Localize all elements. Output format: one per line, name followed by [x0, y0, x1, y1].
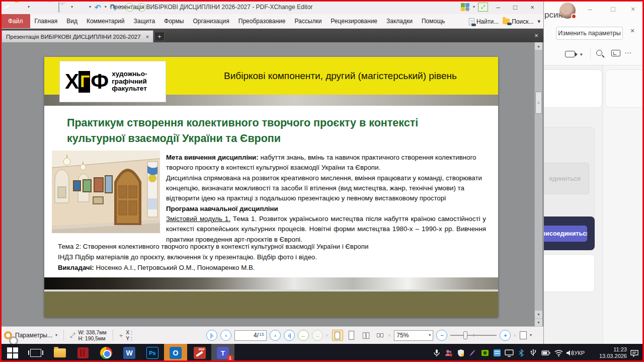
teams-button[interactable]: T 1 — [211, 344, 234, 362]
caret-down-icon[interactable]: ▾ — [28, 5, 30, 9]
menu-item-review[interactable]: Рецензирование — [326, 14, 382, 28]
history-forward-button[interactable]: → — [137, 3, 146, 12]
meeting-card[interactable] — [605, 69, 644, 108]
caret-down-icon[interactable]: ▾ — [530, 333, 532, 337]
minimize-button[interactable]: – — [491, 2, 505, 13]
fit-page-button[interactable] — [520, 331, 527, 339]
document-area[interactable]: ХГФ художньо- графічний факультет Вибірк… — [0, 42, 543, 326]
scroll-up-icon[interactable]: ▲ — [535, 42, 542, 50]
vertical-scrollbar[interactable]: ▲ ≡ ▼ ▼ — [534, 42, 542, 326]
file-explorer-button[interactable] — [48, 344, 71, 362]
tab-close-icon[interactable]: × — [146, 34, 149, 40]
panel-close-button[interactable]: × — [631, 5, 635, 13]
open-file-button[interactable] — [15, 3, 24, 12]
red-app-button[interactable] — [71, 344, 95, 362]
single-page-layout-button[interactable] — [332, 330, 343, 341]
camera-icon[interactable] — [565, 51, 575, 57]
dismiss-icon[interactable]: × — [630, 27, 634, 35]
maximize-button[interactable]: □ — [508, 2, 522, 13]
caret-down-icon[interactable]: ▾ — [71, 5, 73, 9]
menu-item-home[interactable]: Главная — [30, 14, 62, 28]
open-panel-icon[interactable] — [611, 50, 620, 56]
blue-app-tray-icon[interactable] — [491, 344, 503, 362]
usb-tray-icon[interactable] — [527, 344, 539, 362]
two-page-continuous-layout-button[interactable] — [374, 330, 385, 341]
close-button[interactable]: × — [525, 2, 539, 13]
start-button[interactable] — [1, 344, 24, 362]
menu-item-protection[interactable]: Защита — [129, 14, 160, 28]
outlook-button[interactable]: O — [164, 344, 187, 362]
history-back-button[interactable]: ← — [125, 3, 134, 12]
search-button[interactable]: Поиск... — [503, 18, 533, 25]
caret-down-icon[interactable]: ▾ — [89, 5, 91, 9]
save-button[interactable] — [33, 3, 42, 12]
document-tab[interactable]: Презентація ВИБІРКОВІ ДИСЦИПЛІНИ 2026-20… — [2, 30, 153, 42]
search-icon[interactable] — [596, 50, 602, 56]
caret-down-icon[interactable]: ▾ — [473, 5, 475, 9]
first-page-button[interactable]: |‹ — [206, 330, 217, 341]
language-indicator[interactable]: УКР — [574, 344, 585, 362]
tabbar-close-button[interactable]: × — [532, 31, 541, 40]
word-button[interactable]: W — [118, 344, 141, 362]
wifi-tray-icon[interactable] — [552, 344, 565, 362]
view-back-button[interactable]: ← — [298, 330, 309, 341]
panel-maximize-button[interactable]: □ — [611, 5, 615, 13]
menu-item-view[interactable]: Вид — [62, 14, 82, 28]
task-view-button[interactable] — [24, 344, 47, 362]
avatar[interactable] — [559, 3, 576, 19]
menu-item-forms[interactable]: Формы — [159, 14, 188, 28]
menu-item-comment[interactable]: Комментарий — [82, 14, 129, 28]
security-shield-tray-icon[interactable] — [455, 344, 467, 362]
new-tab-button[interactable]: + — [154, 32, 165, 41]
battery-tray-icon[interactable] — [539, 344, 552, 362]
two-page-layout-button[interactable] — [360, 330, 371, 341]
options-button[interactable]: Параметры... — [15, 332, 52, 339]
notification-center-icon[interactable] — [628, 344, 641, 362]
bluetooth-tray-icon[interactable] — [515, 344, 527, 362]
join-button[interactable]: Присоединиться — [544, 226, 587, 242]
panel-minimize-button[interactable]: – — [588, 5, 592, 13]
caret-down-icon[interactable]: ▾ — [120, 5, 122, 9]
fullscreen-icon[interactable]: ⤢ — [478, 3, 488, 12]
menu-item-organize[interactable]: Организация — [188, 14, 233, 28]
find-button[interactable]: Найти... — [469, 18, 499, 25]
more-options-icon[interactable]: … — [624, 46, 632, 55]
view-forward-button[interactable]: → — [312, 330, 323, 341]
scrollbar-thumb[interactable]: ≡ — [535, 92, 542, 114]
zoom-select[interactable]: 75% ▾ — [394, 330, 433, 341]
caret-down-icon[interactable]: ▾ — [105, 5, 107, 9]
clock[interactable]: 11:23 13.03.2026 — [589, 344, 627, 362]
photoshop-button[interactable]: Ps — [141, 344, 164, 362]
scan-button[interactable] — [76, 3, 86, 12]
email-button[interactable] — [58, 3, 67, 12]
print-button[interactable] — [46, 3, 55, 12]
zoom-slider-thumb[interactable] — [463, 331, 467, 339]
meeting-card[interactable] — [544, 69, 602, 108]
toolbar-chevron-icon[interactable]: ▾ — [537, 18, 540, 25]
next-page-button[interactable]: › — [270, 330, 281, 341]
meeting-card[interactable] — [544, 254, 595, 292]
microphone-tray-icon[interactable] — [431, 344, 443, 362]
scroll-down-icon[interactable]: ▼ — [535, 311, 542, 318]
caret-down-icon[interactable]: ▾ — [580, 52, 583, 57]
last-page-button[interactable]: ›| — [284, 330, 295, 341]
menu-item-mailings[interactable]: Рассылки — [290, 14, 327, 28]
nvidia-tray-icon[interactable] — [479, 344, 491, 362]
redo-button[interactable]: ↷ — [110, 4, 117, 11]
display-tray-icon[interactable] — [503, 344, 515, 362]
caret-down-icon[interactable]: ▾ — [55, 333, 57, 337]
menu-item-convert[interactable]: Преобразование — [234, 14, 290, 28]
menu-item-file[interactable]: Файл — [1, 14, 30, 28]
previous-page-button[interactable]: ‹ — [220, 330, 231, 341]
zoom-slider[interactable] — [450, 330, 497, 340]
pen-tray-icon[interactable] — [467, 344, 479, 362]
menu-item-help[interactable]: Помощь — [417, 14, 449, 28]
chrome-button[interactable] — [95, 344, 118, 362]
menu-item-bookmarks[interactable]: Закладки — [382, 14, 417, 28]
ui-options-icon[interactable] — [461, 3, 470, 11]
teams-tray-icon[interactable] — [443, 344, 455, 362]
pdf-xchange-button[interactable]: PDF — [188, 344, 211, 362]
undo-button[interactable]: ↶ — [95, 4, 101, 11]
continuous-layout-button[interactable] — [346, 330, 357, 341]
zoom-out-button[interactable]: − — [436, 330, 447, 341]
